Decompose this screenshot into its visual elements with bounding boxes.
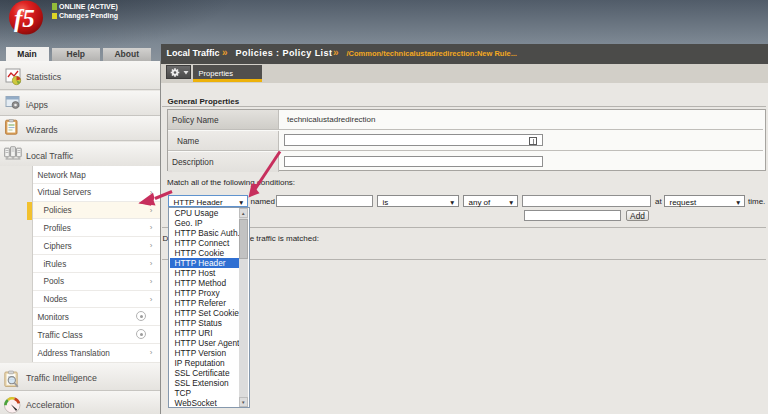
svg-text:f5: f5 [14, 5, 35, 32]
